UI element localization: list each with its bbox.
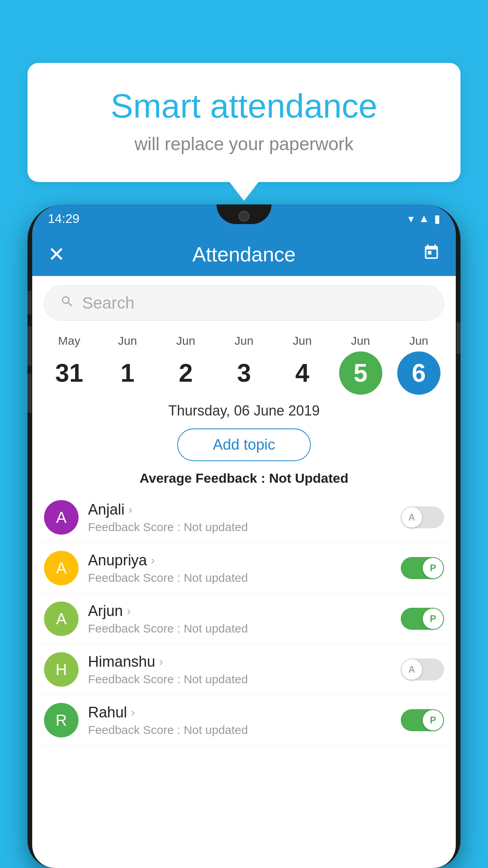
toggle-wrap-4[interactable]: P — [401, 709, 444, 731]
cal-month-6: Jun — [409, 334, 428, 348]
avatar-2: A — [44, 601, 79, 636]
toggle-knob-2: P — [423, 609, 443, 629]
attendance-toggle-2[interactable]: P — [401, 608, 444, 630]
cal-date-5: 5 — [339, 351, 382, 395]
student-info-2: Arjun ›Feedback Score : Not updated — [88, 603, 391, 635]
attendance-toggle-1[interactable]: P — [401, 557, 444, 579]
bubble-subtitle: will replace your paperwork — [59, 133, 429, 154]
avatar-4: R — [44, 703, 79, 737]
student-item-2[interactable]: AArjun ›Feedback Score : Not updatedP — [40, 594, 448, 644]
cal-date-1: 1 — [106, 351, 149, 395]
student-list: AAnjali ›Feedback Score : Not updatedAAA… — [32, 492, 456, 746]
status-time: 14:29 — [48, 211, 79, 226]
battery-icon: ▮ — [434, 212, 440, 225]
search-placeholder: Search — [82, 294, 134, 313]
feedback-score-4: Feedback Score : Not updated — [88, 723, 391, 737]
close-button[interactable]: ✕ — [48, 243, 65, 266]
selected-date-label: Thursday, 06 June 2019 — [32, 395, 456, 423]
status-icons: ▾ ▲ ▮ — [408, 212, 440, 225]
phone-screen: 14:29 ▾ ▲ ▮ ✕ Attendance S — [32, 204, 456, 868]
toggle-knob-4: P — [423, 710, 443, 730]
student-info-3: Himanshu ›Feedback Score : Not updated — [88, 653, 391, 686]
feedback-score-1: Feedback Score : Not updated — [88, 571, 391, 585]
signal-icon: ▲ — [418, 212, 429, 225]
chevron-3: › — [159, 655, 163, 668]
student-item-1[interactable]: AAnupriya ›Feedback Score : Not updatedP — [40, 543, 448, 594]
average-feedback: Average Feedback : Not Updated — [32, 467, 456, 492]
side-button-right — [457, 322, 460, 354]
cal-date-0: 31 — [48, 351, 91, 395]
cal-date-6: 6 — [397, 351, 440, 395]
cal-month-0: May — [58, 334, 81, 348]
side-button-left-3 — [28, 373, 31, 413]
chevron-2: › — [127, 604, 131, 618]
calendar-day-2[interactable]: Jun2 — [160, 334, 211, 395]
cal-month-1: Jun — [118, 334, 137, 348]
student-info-4: Rahul ›Feedback Score : Not updated — [88, 704, 391, 737]
attendance-toggle-3[interactable]: A — [401, 658, 444, 680]
student-info-1: Anupriya ›Feedback Score : Not updated — [88, 552, 391, 585]
side-button-left-2 — [28, 326, 31, 366]
side-button-left-1 — [28, 291, 31, 314]
student-item-3[interactable]: HHimanshu ›Feedback Score : Not updatedA — [40, 644, 448, 695]
toggle-wrap-3[interactable]: A — [401, 658, 444, 680]
attendance-toggle-4[interactable]: P — [401, 709, 444, 731]
toggle-knob-1: P — [423, 558, 443, 578]
feedback-score-3: Feedback Score : Not updated — [88, 673, 391, 686]
student-name-0: Anjali › — [88, 501, 391, 518]
cal-month-4: Jun — [293, 334, 312, 348]
calendar-day-0[interactable]: May31 — [44, 334, 95, 395]
student-name-3: Himanshu › — [88, 653, 391, 670]
speech-bubble: Smart attendance will replace your paper… — [28, 63, 460, 182]
student-item-4[interactable]: RRahul ›Feedback Score : Not updatedP — [40, 695, 448, 746]
avg-feedback-prefix: Average Feedback : — [139, 471, 269, 485]
avatar-1: A — [44, 551, 79, 585]
search-icon — [60, 294, 74, 312]
calendar-button[interactable] — [423, 244, 440, 265]
student-info-0: Anjali ›Feedback Score : Not updated — [88, 501, 391, 534]
add-topic-button[interactable]: Add topic — [177, 428, 311, 461]
bubble-title: Smart attendance — [59, 86, 429, 125]
chevron-1: › — [151, 554, 155, 567]
attendance-toggle-0[interactable]: A — [401, 506, 444, 528]
calendar-strip: May31Jun1Jun2Jun3Jun4Jun5Jun6 — [32, 330, 456, 395]
cal-month-3: Jun — [235, 334, 253, 348]
toggle-wrap-0[interactable]: A — [401, 506, 444, 528]
calendar-day-4[interactable]: Jun4 — [277, 334, 328, 395]
student-name-2: Arjun › — [88, 603, 391, 620]
student-name-4: Rahul › — [88, 704, 391, 721]
calendar-day-5[interactable]: Jun5 — [335, 334, 386, 395]
wifi-icon: ▾ — [408, 212, 414, 225]
cal-month-5: Jun — [351, 334, 370, 348]
feedback-score-0: Feedback Score : Not updated — [88, 520, 391, 534]
cal-date-4: 4 — [281, 351, 324, 395]
feedback-score-2: Feedback Score : Not updated — [88, 622, 391, 635]
avatar-0: A — [44, 500, 79, 535]
calendar-day-6[interactable]: Jun6 — [393, 334, 444, 395]
toggle-wrap-1[interactable]: P — [401, 557, 444, 579]
toggle-knob-0: A — [402, 507, 422, 528]
phone-frame: 14:29 ▾ ▲ ▮ ✕ Attendance S — [28, 204, 460, 868]
cal-date-2: 2 — [164, 351, 207, 395]
calendar-day-3[interactable]: Jun3 — [218, 334, 270, 395]
app-bar-title: Attendance — [65, 243, 423, 266]
calendar-day-1[interactable]: Jun1 — [102, 334, 153, 395]
chevron-0: › — [128, 503, 132, 516]
chevron-4: › — [131, 706, 135, 719]
toggle-knob-3: A — [402, 659, 422, 680]
app-bar: ✕ Attendance — [32, 233, 456, 276]
search-bar[interactable]: Search — [44, 285, 444, 321]
student-name-1: Anupriya › — [88, 552, 391, 569]
cal-month-2: Jun — [176, 334, 195, 348]
avatar-3: H — [44, 652, 79, 687]
student-item-0[interactable]: AAnjali ›Feedback Score : Not updatedA — [40, 492, 448, 543]
camera-notch — [238, 211, 250, 222]
avg-feedback-value: Not Updated — [269, 471, 349, 485]
cal-date-3: 3 — [222, 351, 266, 395]
toggle-wrap-2[interactable]: P — [401, 608, 444, 630]
